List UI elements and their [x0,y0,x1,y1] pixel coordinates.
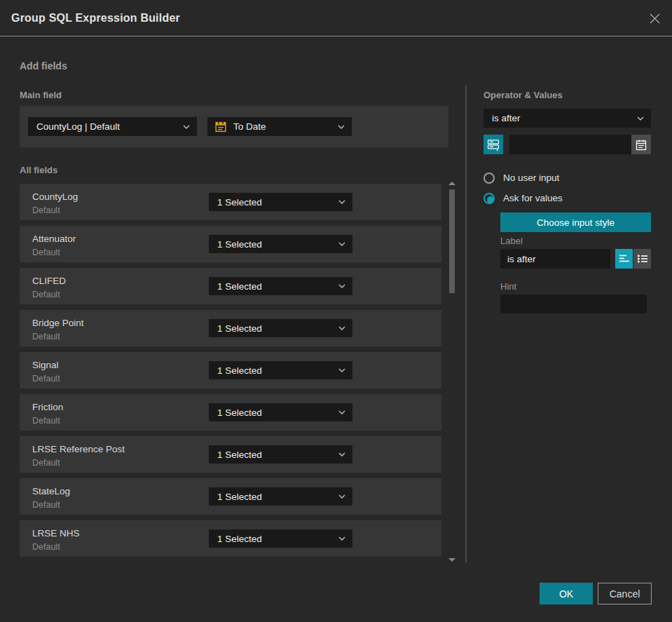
panel-divider [465,86,467,562]
field-subtitle: Default [32,290,60,299]
field-subtitle: Default [32,542,60,552]
dialog-header: Group SQL Expression Builder [0,0,672,36]
hint-caption: Hint [500,281,516,292]
label-caption: Label [500,236,523,246]
align-left-icon [618,253,631,264]
field-values-select[interactable]: 1 Selected [209,361,352,379]
stacked-rows-icon [486,137,500,151]
chevron-down-icon [338,125,345,129]
field-values-select-value: 1 Selected [217,492,338,502]
field-row: LRSE NHS Default 1 Selected [20,520,441,557]
field-values-select[interactable]: 1 Selected [209,235,352,253]
radio-ask-for-values[interactable]: Ask for values [484,192,563,204]
field-values-select[interactable]: 1 Selected [209,487,352,506]
scroll-down-arrow-icon[interactable] [448,558,455,562]
operator-values-heading: Operator & Values [484,90,563,100]
field-values-select-value: 1 Selected [217,197,338,208]
field-values-select[interactable]: 1 Selected [209,319,352,337]
field-name: Bridge Point [32,318,84,328]
field-values-select-value: 1 Selected [217,534,338,544]
field-subtitle: Default [32,248,60,257]
chevron-down-icon [338,242,345,246]
field-values-select-value: 1 Selected [217,449,338,460]
chevron-down-icon [338,326,345,330]
chevron-down-icon [338,200,345,204]
chevron-down-icon [338,368,345,372]
field-values-select-value: 1 Selected [217,323,338,334]
field-values-select[interactable]: 1 Selected [209,445,352,464]
field-subtitle: Default [32,500,60,510]
field-name: Friction [32,402,63,412]
radio-label: No user input [503,173,559,183]
field-row: Friction Default 1 Selected [20,394,441,431]
choose-input-style-button[interactable]: Choose input style [500,212,651,232]
field-values-select-value: 1 Selected [217,407,338,418]
field-row: CLIFED Default 1 Selected [20,268,441,304]
chevron-down-icon [338,452,345,457]
dialog-title: Group SQL Expression Builder [11,12,180,25]
list-scrollbar[interactable] [446,180,458,563]
calendar-icon [635,138,647,151]
ok-button[interactable]: OK [540,583,593,604]
cancel-button[interactable]: Cancel [598,583,652,604]
radio-no-user-input[interactable]: No user input [484,172,559,184]
field-values-select-value: 1 Selected [217,239,338,250]
operator-select[interactable]: is after [484,109,651,128]
main-field-label: Main field [20,90,62,100]
close-icon [649,13,661,25]
group-sql-expression-builder-dialog: Group SQL Expression Builder Add fields … [0,0,672,622]
scroll-up-arrow-icon[interactable] [448,182,455,185]
field-subtitle: Default [32,374,60,384]
add-fields-heading: Add fields [20,60,67,72]
bulleted-list-icon [636,253,649,264]
chevron-down-icon [183,125,190,129]
field-name: Attenuator [32,234,76,244]
field-row: Attenuator Default 1 Selected [20,226,441,262]
hint-input[interactable] [500,295,647,313]
calendar-icon [214,120,227,133]
main-field-select[interactable]: CountyLog | Default [28,117,197,136]
label-input[interactable] [500,249,610,269]
radio-unselected-icon [484,173,495,184]
input-style-text-toggle[interactable] [615,249,633,269]
field-values-select-value: 1 Selected [217,281,338,292]
value-type-button[interactable] [484,135,503,154]
date-picker-button[interactable] [631,135,651,154]
field-values-select[interactable]: 1 Selected [209,193,352,211]
main-date-select[interactable]: To Date [207,117,352,136]
main-field-panel: CountyLog | Default To Date [20,106,448,147]
radio-label: Ask for values [503,193,563,203]
field-subtitle: Default [32,458,60,468]
field-row: LRSE Reference Post Default 1 Selected [20,436,441,473]
main-field-select-value: CountyLog | Default [36,121,183,132]
all-fields-label: All fields [20,165,57,175]
field-subtitle: Default [32,416,60,426]
field-row: Bridge Point Default 1 Selected [20,310,441,346]
date-value-input[interactable] [509,135,651,154]
radio-selected-icon [484,193,495,204]
scrollbar-thumb[interactable] [449,189,455,293]
field-subtitle: Default [32,205,60,215]
close-button[interactable] [643,6,666,30]
chevron-down-icon [338,284,345,288]
input-style-list-toggle[interactable] [633,249,651,269]
field-subtitle: Default [32,332,60,342]
field-row: StateLog Default 1 Selected [20,478,441,515]
chevron-down-icon [338,410,345,414]
field-name: LRSE Reference Post [32,444,125,454]
field-name: StateLog [32,486,70,496]
field-name: Signal [32,360,59,370]
field-name: CountyLog [32,191,78,202]
field-row: Signal Default 1 Selected [20,352,441,388]
field-row: CountyLog Default 1 Selected [20,184,441,220]
field-name: LRSE NHS [32,528,80,539]
field-name: CLIFED [32,276,66,286]
chevron-down-icon [338,494,345,499]
main-date-select-value: To Date [233,121,338,132]
field-values-select[interactable]: 1 Selected [209,403,352,421]
chevron-down-icon [637,116,644,121]
operator-select-value: is after [492,113,637,123]
chevron-down-icon [338,536,345,541]
field-values-select[interactable]: 1 Selected [209,529,352,548]
field-values-select[interactable]: 1 Selected [209,277,352,295]
